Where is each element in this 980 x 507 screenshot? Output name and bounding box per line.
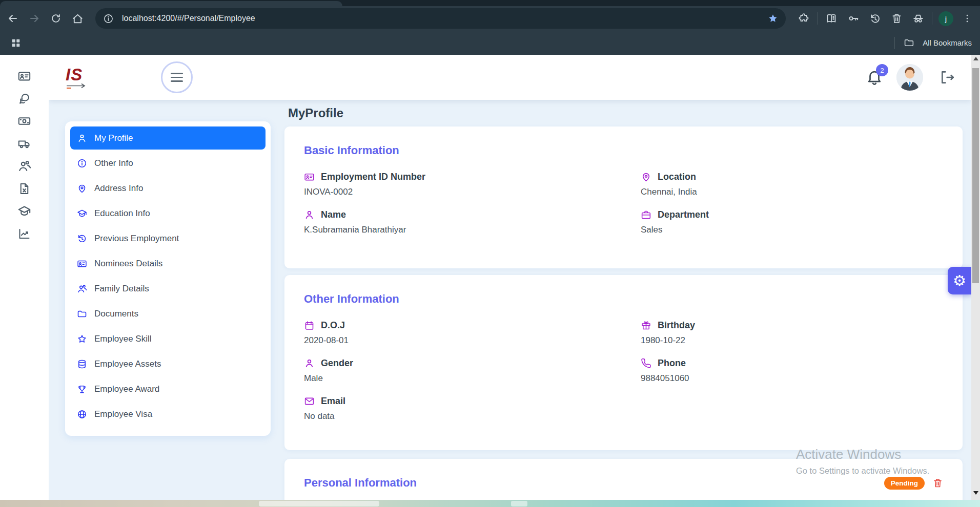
id-card-icon: [304, 172, 315, 182]
field-doj: D.O.J 2020-08-01: [304, 320, 641, 346]
database-icon: [77, 359, 87, 369]
vertical-scrollbar[interactable]: [971, 54, 980, 507]
rail-chat-icon[interactable]: [17, 92, 31, 105]
taskbar-highlight: [259, 501, 379, 506]
rail-id-card-icon[interactable]: [17, 69, 31, 83]
field-name: Name K.Subramania Bharathiyar: [304, 209, 641, 235]
basic-information-card: Basic Information Employment ID Number I…: [284, 126, 963, 268]
passwords-key-icon[interactable]: [846, 11, 861, 26]
all-bookmarks-label[interactable]: All Bookmarks: [923, 38, 972, 47]
other-information-card: Other Information D.O.J 2020-08-01 Birth…: [284, 275, 963, 450]
menu-item-my-profile[interactable]: My Profile: [70, 126, 266, 150]
menu-item-previous-employment[interactable]: Previous Employment: [70, 227, 266, 250]
menu-item-employee-award[interactable]: Employee Award: [70, 377, 266, 400]
browser-tab-strip: [0, 0, 980, 6]
history-icon: [77, 234, 87, 244]
user-avatar[interactable]: [896, 64, 923, 91]
profile-menu: My Profile Other Info Address Info Educa…: [65, 121, 271, 436]
map-pin-icon: [641, 172, 651, 182]
family-icon: [77, 284, 87, 294]
rail-truck-icon[interactable]: [17, 137, 31, 151]
rail-excel-file-icon[interactable]: [17, 182, 31, 196]
gear-icon: ⚙: [953, 272, 966, 289]
reading-list-icon[interactable]: [824, 11, 840, 26]
rail-chart-icon[interactable]: [17, 227, 31, 241]
taskbar-item: [511, 501, 527, 506]
scrollbar-thumb[interactable]: [972, 68, 979, 283]
rail-team-icon[interactable]: [17, 159, 31, 173]
rail-graduation-icon[interactable]: [17, 204, 31, 218]
notification-badge: 2: [876, 64, 888, 76]
gift-icon: [641, 320, 651, 331]
browser-toolbar: localhost:4200/#/Personal/Employee j: [0, 6, 980, 31]
menu-item-family-details[interactable]: Family Details: [70, 277, 266, 300]
toolbar-divider: [932, 12, 932, 25]
browser-profile-avatar[interactable]: j: [938, 11, 953, 26]
field-location: Location Chennai, India: [641, 172, 943, 197]
menu-item-education-info[interactable]: Education Info: [70, 202, 266, 225]
menu-item-documents[interactable]: Documents: [70, 302, 266, 325]
person-icon: [304, 209, 315, 220]
logo-arrow: [66, 83, 89, 89]
scroll-up-arrow[interactable]: [973, 57, 978, 60]
incognito-icon[interactable]: [910, 11, 926, 26]
globe-icon: [77, 409, 87, 419]
toolbar-divider: [818, 12, 818, 25]
mail-icon: [304, 396, 315, 407]
map-pin-icon: [77, 183, 87, 194]
extensions-icon[interactable]: [796, 11, 811, 26]
sidebar-toggle-button[interactable]: [161, 61, 193, 93]
field-email: Email No data: [304, 396, 641, 421]
app-header: IS 2: [49, 55, 971, 100]
card-title: Personal Information: [304, 476, 417, 490]
content-area: MyProfile My Profile Other Info Address …: [49, 100, 971, 507]
delete-trash-icon[interactable]: [932, 478, 943, 489]
folder-icon: [901, 35, 916, 51]
home-icon[interactable]: [70, 11, 85, 26]
id-card-icon: [77, 259, 87, 269]
card-title: Basic Information: [304, 144, 943, 157]
menu-item-nominees-details[interactable]: Nominees Details: [70, 252, 266, 275]
trophy-icon: [77, 384, 87, 394]
back-icon[interactable]: [5, 11, 21, 26]
briefcase-icon: [641, 209, 651, 220]
calendar-icon: [304, 320, 315, 331]
person-icon: [77, 133, 87, 143]
graduation-cap-icon: [77, 208, 87, 219]
taskbar-strip: [0, 500, 980, 507]
menu-item-employee-assets[interactable]: Employee Assets: [70, 352, 266, 375]
field-birthday: Birthday 1980-10-22: [641, 320, 943, 346]
phone-icon: [641, 358, 651, 369]
menu-item-other-info[interactable]: Other Info: [70, 152, 266, 175]
bookmarks-divider: [894, 37, 895, 49]
history-icon[interactable]: [867, 11, 883, 26]
apps-grid-icon[interactable]: [8, 35, 24, 51]
card-title: Other Information: [304, 292, 943, 306]
menu-item-employee-skill[interactable]: Employee Skill: [70, 327, 266, 350]
site-info-icon[interactable]: [100, 11, 116, 26]
info-circle-icon: [77, 158, 87, 168]
app-logo: IS: [66, 66, 89, 89]
menu-item-employee-visa[interactable]: Employee Visa: [70, 403, 266, 426]
notifications-bell-icon[interactable]: 2: [866, 69, 883, 86]
bookmark-star-icon[interactable]: [765, 11, 781, 26]
browser-menu-kebab-icon[interactable]: [959, 11, 975, 26]
scroll-down-arrow[interactable]: [973, 491, 978, 495]
menu-item-address-info[interactable]: Address Info: [70, 177, 266, 200]
person-icon: [304, 358, 315, 369]
address-bar[interactable]: localhost:4200/#/Personal/Employee: [95, 8, 786, 29]
settings-gear-button[interactable]: ⚙: [948, 267, 971, 294]
rail-payroll-cash-icon[interactable]: [17, 114, 31, 128]
trash-icon[interactable]: [889, 11, 904, 26]
field-department: Department Sales: [641, 209, 943, 235]
field-gender: Gender Male: [304, 358, 641, 384]
page-title: MyProfile: [288, 106, 343, 120]
pending-status-badge: Pending: [884, 477, 925, 490]
star-icon: [77, 334, 87, 344]
logout-icon[interactable]: [938, 69, 955, 86]
url-text[interactable]: localhost:4200/#/Personal/Employee: [122, 14, 765, 23]
reload-icon[interactable]: [48, 11, 64, 26]
forward-icon[interactable]: [27, 11, 42, 26]
bookmarks-bar: All Bookmarks: [0, 31, 980, 55]
field-employment-id: Employment ID Number INOVA-0002: [304, 172, 641, 197]
